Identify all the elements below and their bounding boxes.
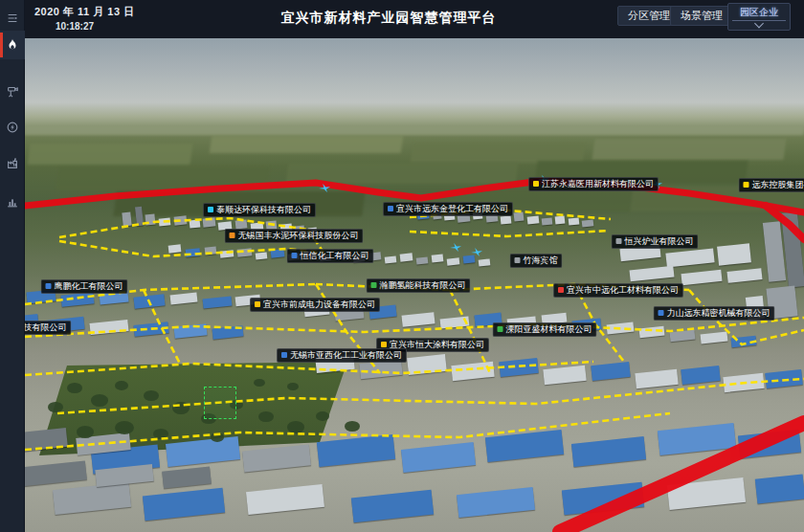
factory-icon[interactable] (0, 149, 25, 178)
map-3d-view[interactable]: 泰顺达环保科技有限公司宜兴市远东金登化工有限公司无锡国丰水泥环保科技股份公司恒信… (25, 38, 804, 532)
company-name-label: 江苏永嘉医用新材料有限公司 (542, 179, 654, 188)
company-type-icon (498, 326, 503, 332)
company-name-label: 恒兴炉业有限公司 (625, 236, 694, 246)
sidebar (0, 0, 25, 532)
company-marker[interactable]: 瀚鹏氢能科技有限公司 (367, 278, 471, 293)
company-type-icon (515, 257, 521, 263)
company-name-label: 宜兴市中远化工材料有限公司 (567, 285, 679, 295)
company-marker[interactable]: 宜兴市前成电力设备有限公司 (250, 298, 380, 312)
company-name-label: 泰顺达环保科技有限公司 (216, 205, 311, 214)
flame-icon[interactable] (0, 31, 25, 59)
company-name-label: 远东控股集团有限公司 (752, 180, 804, 189)
company-type-icon (388, 206, 393, 211)
company-type-icon (381, 342, 387, 347)
map-selection-box (204, 387, 236, 419)
company-type-icon (616, 238, 622, 244)
scene-management-button[interactable]: 场景管理 (670, 6, 733, 26)
company-marker[interactable]: 无锡市亚西化工工业有限公司 (277, 348, 407, 363)
company-name-label: 瀚鹏氢能科技有限公司 (380, 280, 466, 290)
current-date: 2020 年 11 月 13 日 (34, 5, 135, 19)
company-name-label: 远东环保科技有限公司 (25, 322, 67, 332)
company-type-icon (533, 181, 539, 187)
company-marker[interactable]: 江苏永嘉医用新材料有限公司 (528, 177, 659, 191)
company-marker[interactable]: 无锡国丰水泥环保科技股份公司 (225, 229, 364, 243)
company-marker[interactable]: 宜兴市中远化工材料有限公司 (553, 283, 683, 298)
company-name-label: 力山远东精密机械有限公司 (667, 308, 770, 318)
company-type-icon (292, 253, 298, 258)
page-title: 宜兴市新材料产业园智慧管理平台 (281, 10, 497, 27)
company-marker[interactable]: 远东环保科技有限公司 (25, 321, 72, 335)
company-marker[interactable]: 溧阳亚盛材料有限公司 (493, 322, 597, 337)
company-name-label: 溧阳亚盛材料有限公司 (506, 324, 592, 334)
company-type-icon (744, 182, 749, 188)
bar-chart-icon[interactable] (0, 188, 25, 216)
company-marker[interactable]: 远东控股集团有限公司 (739, 178, 804, 192)
company-type-icon (281, 352, 287, 358)
company-name-label: 恒信化工有限公司 (301, 251, 369, 260)
park-enterprise-dropdown[interactable]: 园区企业 (727, 3, 791, 31)
company-name-label: 无锡国丰水泥环保科技股份公司 (238, 231, 359, 240)
company-marker[interactable]: 宜兴市远东金登化工有限公司 (383, 202, 513, 216)
company-type-icon (371, 282, 377, 288)
company-type-icon (230, 233, 235, 238)
company-type-icon (659, 310, 664, 316)
current-time: 10:18:27 (56, 21, 94, 32)
company-name-label: 竹海宾馆 (524, 255, 558, 265)
company-name-label: 无锡市亚西化工工业有限公司 (290, 350, 402, 360)
smart-park-platform: 2020 年 11 月 13 日 10:18:27 宜兴市新材料产业园智慧管理平… (0, 0, 804, 532)
top-header: 2020 年 11 月 13 日 10:18:27 宜兴市新材料产业园智慧管理平… (25, 0, 804, 38)
company-type-icon (208, 207, 213, 212)
company-marker[interactable]: 恒信化工有限公司 (287, 249, 374, 263)
menu-icon[interactable] (0, 4, 25, 33)
power-icon[interactable] (0, 113, 25, 142)
company-type-icon (558, 287, 564, 293)
park-enterprise-label: 园区企业 (728, 4, 790, 19)
company-marker[interactable]: 恒兴炉业有限公司 (612, 234, 699, 249)
company-name-label: 宜兴市前成电力设备有限公司 (263, 299, 375, 309)
company-name-label: 鹰鹏化工有限公司 (55, 281, 123, 291)
camera-icon[interactable] (0, 77, 25, 105)
company-marker[interactable]: 竹海宾馆 (510, 254, 563, 268)
company-type-icon (255, 301, 260, 307)
company-marker[interactable]: 鹰鹏化工有限公司 (41, 279, 128, 294)
company-type-icon (46, 283, 52, 289)
company-marker[interactable]: 力山远东精密机械有限公司 (654, 306, 775, 321)
vehicle-sprite-icon (450, 243, 461, 252)
company-marker[interactable]: 泰顺达环保科技有限公司 (203, 203, 316, 217)
company-name-label: 宜兴市远东金登化工有限公司 (396, 204, 508, 213)
